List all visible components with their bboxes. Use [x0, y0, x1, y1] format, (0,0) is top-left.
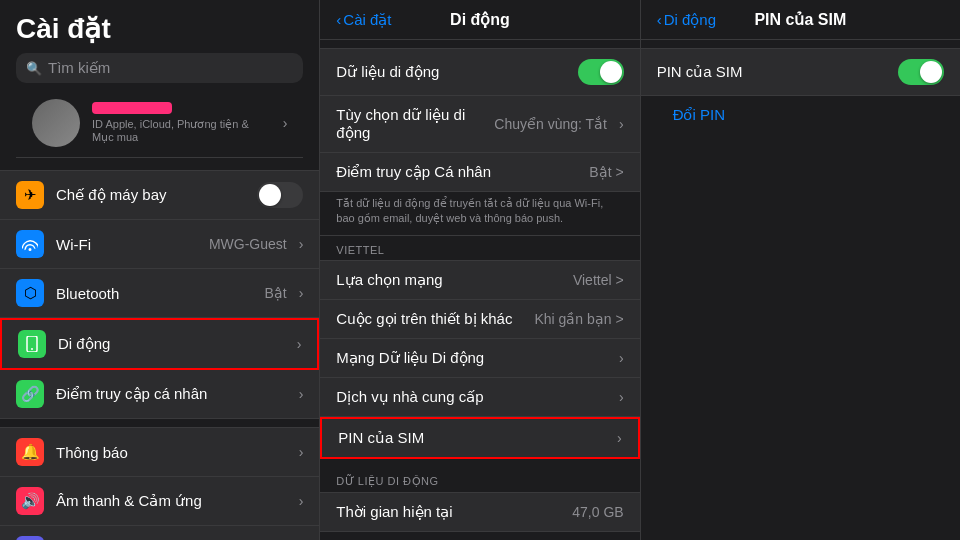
search-bar[interactable]: 🔍 Tìm kiếm	[16, 53, 303, 83]
sim-pin-chevron: ›	[617, 430, 622, 446]
back-to-settings[interactable]: ‹ Cài đặt	[336, 11, 391, 29]
data-section-header: DỮ LIỆU DI ĐỘNG	[320, 467, 639, 492]
current-period-label: Thời gian hiện tại	[336, 503, 560, 521]
panel3-header: ‹ Di động PIN của SIM	[641, 0, 960, 40]
bluetooth-icon: ⬡	[16, 279, 44, 307]
hotspot-label: Điểm truy cập cá nhân	[56, 385, 287, 403]
sim-pin-label: PIN của SIM	[338, 429, 605, 447]
carrier-services-chevron: ›	[619, 389, 624, 405]
data-items-group: Thời gian hiện tại 47,0 GB	[320, 492, 639, 532]
settings-item-bluetooth[interactable]: ⬡ Bluetooth Bật ›	[0, 269, 319, 318]
back-to-mobile[interactable]: ‹ Di động	[657, 11, 716, 29]
mobile-data-network-label: Mạng Dữ liệu Di động	[336, 349, 607, 367]
mobile-data-toggle[interactable]	[578, 59, 624, 85]
hotspot-item-value: Bật >	[589, 164, 623, 180]
wifi-value: MWG-Guest	[209, 236, 287, 252]
back-label: Cài đặt	[343, 11, 391, 29]
mobile-label: Di động	[58, 335, 285, 353]
wifi-icon	[16, 230, 44, 258]
network-select-value: Viettel >	[573, 272, 624, 288]
mobile-data-network-chevron: ›	[619, 350, 624, 366]
settings-group-2: 🔔 Thông báo › 🔊 Âm thanh & Cảm ứng › 🌙 K…	[0, 427, 319, 540]
mobile-note: Tắt dữ liệu di động để truyền tắt cả dữ …	[320, 192, 639, 236]
sim-pin-toggle-label: PIN của SIM	[657, 63, 886, 81]
back-chevron-icon-3: ‹	[657, 11, 662, 28]
sim-pin-toggle[interactable]	[898, 59, 944, 85]
network-select-item[interactable]: Lựa chọn mạng Viettel >	[320, 260, 639, 300]
sounds-icon: 🔊	[16, 487, 44, 515]
panel1-header: Cài đặt 🔍 Tìm kiếm ID Apple, iCloud, Phư…	[0, 0, 319, 164]
hotspot-icon: 🔗	[16, 380, 44, 408]
hotspot-item-label: Điểm truy cập Cá nhân	[336, 163, 577, 181]
viettel-section-header: VIETTEL	[320, 236, 639, 260]
settings-panel: Cài đặt 🔍 Tìm kiếm ID Apple, iCloud, Phư…	[0, 0, 320, 540]
calls-other-label: Cuộc gọi trên thiết bị khác	[336, 310, 522, 328]
top-items-group: Dữ liệu di động Tùy chọn dữ liệu di động…	[320, 48, 639, 192]
current-period-value: 47,0 GB	[572, 504, 623, 520]
notifications-icon: 🔔	[16, 438, 44, 466]
svg-point-1	[31, 348, 33, 350]
airplane-label: Chế độ máy bay	[56, 186, 245, 204]
viettel-items-group: Lựa chọn mạng Viettel > Cuộc gọi trên th…	[320, 260, 639, 459]
mobile-data-item[interactable]: Dữ liệu di động	[320, 48, 639, 96]
current-period-item[interactable]: Thời gian hiện tại 47,0 GB	[320, 492, 639, 532]
mobile-options-value: Chuyển vùng: Tắt	[494, 116, 607, 132]
change-pin-section: Đổi PIN	[641, 96, 960, 134]
notifications-chevron: ›	[299, 444, 304, 460]
panel2-header: ‹ Cài đặt Di động	[320, 0, 639, 40]
panel3-title: PIN của SIM	[754, 10, 846, 29]
airplane-icon: ✈	[16, 181, 44, 209]
settings-item-hotspot[interactable]: 🔗 Điểm truy cập cá nhân ›	[0, 370, 319, 419]
wifi-chevron: ›	[299, 236, 304, 252]
profile-row[interactable]: ID Apple, iCloud, Phương tiện & Mục mua …	[16, 89, 303, 158]
profile-chevron: ›	[283, 115, 288, 131]
calls-other-item[interactable]: Cuộc gọi trên thiết bị khác Khi gần bạn …	[320, 300, 639, 339]
bluetooth-chevron: ›	[299, 285, 304, 301]
sim-pin-toggle-item[interactable]: PIN của SIM	[641, 48, 960, 96]
search-input[interactable]: Tìm kiếm	[48, 59, 110, 77]
sounds-label: Âm thanh & Cảm ứng	[56, 492, 287, 510]
mobile-chevron: ›	[297, 336, 302, 352]
settings-item-sounds[interactable]: 🔊 Âm thanh & Cảm ứng ›	[0, 477, 319, 526]
mobile-options-chevron: ›	[619, 116, 624, 132]
notifications-label: Thông báo	[56, 444, 287, 461]
focus-icon: 🌙	[16, 536, 44, 540]
mobile-data-network-item[interactable]: Mạng Dữ liệu Di động ›	[320, 339, 639, 378]
sim-pin-item[interactable]: PIN của SIM ›	[320, 417, 639, 459]
settings-item-mobile[interactable]: Di động ›	[0, 318, 319, 370]
back-chevron-icon: ‹	[336, 11, 341, 28]
network-select-label: Lựa chọn mạng	[336, 271, 561, 289]
avatar	[32, 99, 80, 147]
avatar-image	[32, 99, 80, 147]
back-label-3: Di động	[664, 11, 716, 29]
carrier-services-label: Dịch vụ nhà cung cấp	[336, 388, 607, 406]
search-icon: 🔍	[26, 61, 42, 76]
wifi-label: Wi-Fi	[56, 236, 197, 253]
mobile-data-label: Dữ liệu di động	[336, 63, 565, 81]
airplane-toggle[interactable]	[257, 182, 303, 208]
hotspot-item[interactable]: Điểm truy cập Cá nhân Bật >	[320, 153, 639, 192]
mobile-panel: ‹ Cài đặt Di động Dữ liệu di động Tùy ch…	[320, 0, 640, 540]
bluetooth-value: Bật	[264, 285, 286, 301]
sim-pin-panel: ‹ Di động PIN của SIM PIN của SIM Đổi PI…	[641, 0, 960, 540]
sounds-chevron: ›	[299, 493, 304, 509]
settings-title: Cài đặt	[16, 12, 303, 45]
profile-name	[92, 102, 172, 114]
calls-other-value: Khi gần bạn >	[534, 311, 623, 327]
hotspot-chevron: ›	[299, 386, 304, 402]
carrier-services-item[interactable]: Dịch vụ nhà cung cấp ›	[320, 378, 639, 417]
sim-pin-group: PIN của SIM	[641, 48, 960, 96]
settings-item-focus[interactable]: 🌙 Không làm phiền ›	[0, 526, 319, 540]
settings-item-airplane[interactable]: ✈ Chế độ máy bay	[0, 170, 319, 220]
bluetooth-label: Bluetooth	[56, 285, 252, 302]
mobile-options-label: Tùy chọn dữ liệu di động	[336, 106, 482, 142]
profile-info: ID Apple, iCloud, Phương tiện & Mục mua	[92, 102, 271, 144]
settings-group-1: ✈ Chế độ máy bay Wi-Fi MWG-Guest › ⬡ Blu…	[0, 170, 319, 419]
panel2-title: Di động	[450, 10, 510, 29]
settings-item-notifications[interactable]: 🔔 Thông báo ›	[0, 427, 319, 477]
mobile-icon	[18, 330, 46, 358]
change-pin-link[interactable]: Đổi PIN	[657, 96, 741, 133]
profile-subtitle: ID Apple, iCloud, Phương tiện & Mục mua	[92, 118, 271, 144]
settings-item-wifi[interactable]: Wi-Fi MWG-Guest ›	[0, 220, 319, 269]
mobile-options-item[interactable]: Tùy chọn dữ liệu di động Chuyển vùng: Tắ…	[320, 96, 639, 153]
